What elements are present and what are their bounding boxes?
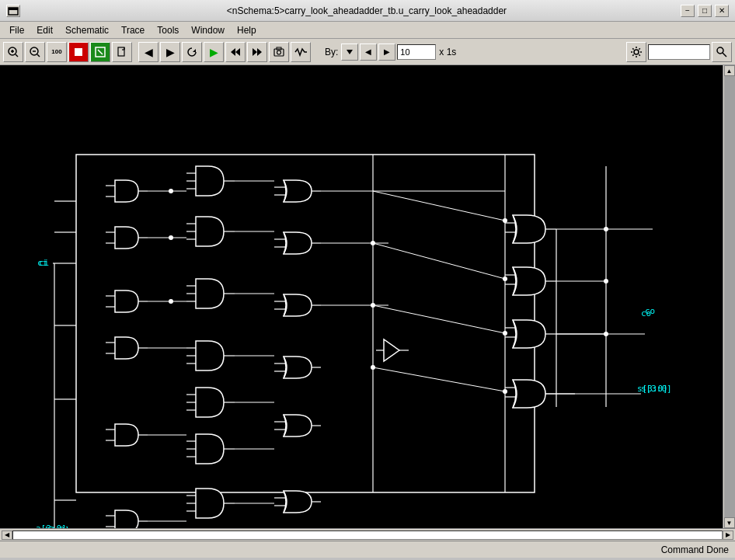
svg-marker-16 [231,48,235,56]
ci-label: ci [37,258,47,268]
scroll-bar-track [12,530,723,540]
play-button[interactable]: ▶ [204,42,224,62]
maximize-button[interactable]: □ [698,5,712,17]
capture-button[interactable] [269,42,289,62]
menu-tools[interactable]: Tools [151,23,185,37]
svg-point-149 [169,299,173,304]
next-button[interactable]: ▶ [160,42,180,62]
svg-marker-17 [235,48,240,56]
svg-marker-18 [257,48,262,56]
scroll-right-button[interactable]: ▶ [723,530,733,540]
step-input[interactable] [397,44,436,60]
menu-trace[interactable]: Trace [115,23,151,37]
reset-button[interactable] [182,42,202,62]
by-next-button[interactable]: ▶ [378,43,395,61]
svg-point-25 [717,47,723,54]
close-button[interactable]: ✕ [715,5,729,17]
window-icon [6,5,20,17]
time-unit-label: x 1s [439,47,456,57]
svg-marker-23 [347,50,353,54]
prev-button[interactable]: ◀ [138,42,158,62]
svg-marker-19 [253,48,257,56]
toolbar: 100 ◀ ▶ ▶ [0,39,735,65]
svg-point-129 [604,279,608,283]
menubar: File Edit Schematic Trace Tools Window H… [0,22,735,39]
svg-point-128 [604,227,608,231]
settings-button[interactable] [626,42,646,62]
scroll-track [724,76,735,517]
svg-rect-1 [9,8,18,10]
schematic-svg: ci a[3:0] b[3:0] co s[3:0] [0,65,735,528]
fit-button[interactable] [90,42,110,62]
svg-rect-12 [118,47,124,56]
svg-point-24 [634,50,639,54]
a30-label: a[3:0] [36,523,67,528]
svg-line-11 [98,50,103,54]
svg-point-21 [277,50,281,54]
scroll-left-button[interactable]: ◀ [2,530,12,540]
menu-schematic[interactable]: Schematic [59,23,115,37]
search-input[interactable] [648,44,710,60]
stop-button[interactable] [68,42,89,62]
minimize-button[interactable]: − [681,5,695,17]
svg-rect-27 [0,65,723,528]
co-label: co [641,308,651,318]
svg-line-8 [37,54,40,57]
wave-button[interactable] [291,42,311,62]
status-text: Command Done [661,544,729,555]
svg-point-147 [169,189,173,193]
by-arrow-down[interactable] [341,43,358,61]
step-back-button[interactable] [225,42,246,62]
scroll-up-button[interactable]: ▲ [724,65,735,76]
svg-point-130 [604,332,608,336]
vertical-scrollbar[interactable]: ▲ ▼ [723,65,735,528]
menu-window[interactable]: Window [185,23,231,37]
horizontal-scrollbar[interactable]: ◀ ▶ [0,528,735,541]
titlebar: <nSchema:5>carry_look_aheadadder_tb.u_ca… [0,0,735,22]
zoom-out-button[interactable] [25,42,45,62]
svg-marker-15 [193,49,196,52]
search-button[interactable] [712,42,732,62]
svg-rect-9 [75,48,82,56]
svg-point-148 [169,235,173,240]
page-button[interactable] [112,42,132,62]
step-fwd-button[interactable] [247,42,267,62]
scroll-down-button[interactable]: ▼ [724,517,735,528]
window-controls: − □ ✕ [681,5,729,17]
statusbar: Command Done [0,541,735,558]
zoom-in-button[interactable] [3,42,23,62]
menu-file[interactable]: File [3,23,30,37]
s30-label: s[3:0] [637,384,668,394]
by-label: By: [325,47,338,57]
schematic-area: ci a[3:0] b[3:0] co s[3:0] [0,65,735,528]
menu-edit[interactable]: Edit [30,23,59,37]
svg-line-5 [16,54,18,57]
window-title: <nSchema:5>carry_look_aheadadder_tb.u_ca… [53,5,681,16]
svg-line-26 [723,53,726,57]
zoom-percent-button[interactable]: 100 [47,42,67,62]
by-prev-button[interactable]: ◀ [360,43,377,61]
menu-help[interactable]: Help [231,23,263,37]
